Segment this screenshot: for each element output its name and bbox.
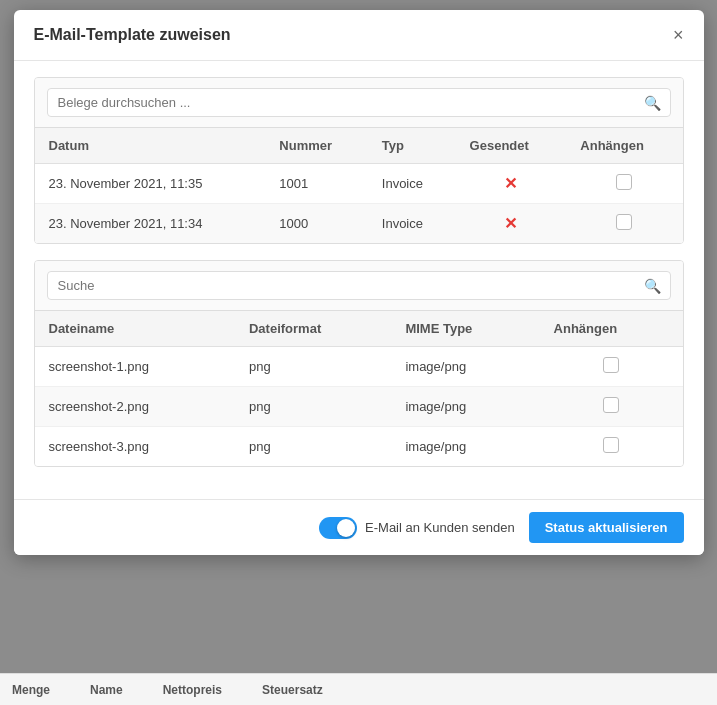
- mime-type-cell: image/png: [391, 427, 539, 467]
- col-dateiformat: Dateiformat: [235, 311, 391, 347]
- status-update-button[interactable]: Status aktualisieren: [529, 512, 684, 543]
- documents-table-header: Datum Nummer Typ Gesendet Anhängen: [35, 128, 683, 164]
- files-section: 🔍 Dateiname Dateiformat MIME Type Anhäng…: [34, 260, 684, 467]
- modal-title: E-Mail-Template zuweisen: [34, 26, 231, 44]
- col-nummer: Nummer: [265, 128, 367, 164]
- bottom-col-steuersatz: Steuersatz: [262, 683, 323, 697]
- bottom-col-name: Name: [90, 683, 123, 697]
- files-search-bar: 🔍: [35, 261, 683, 311]
- anhangen-checkbox[interactable]: [616, 214, 632, 230]
- col-anhaengen-1: Anhängen: [566, 128, 682, 164]
- col-anhaengen-2: Anhängen: [540, 311, 683, 347]
- typ-cell: Invoice: [368, 164, 456, 204]
- modal-close-button[interactable]: ×: [673, 26, 684, 44]
- mime-type-cell: image/png: [391, 387, 539, 427]
- bottom-col-nettopreis: Nettopreis: [163, 683, 222, 697]
- mime-type-cell: image/png: [391, 347, 539, 387]
- col-mime-type: MIME Type: [391, 311, 539, 347]
- dateiname-cell: screenshot-2.png: [35, 387, 235, 427]
- file-anhangen-checkbox[interactable]: [603, 357, 619, 373]
- email-toggle[interactable]: [319, 517, 357, 539]
- files-table: Dateiname Dateiformat MIME Type Anhängen…: [35, 311, 683, 466]
- dateiformat-cell: png: [235, 427, 391, 467]
- dateiname-cell: screenshot-1.png: [35, 347, 235, 387]
- datum-cell: 23. November 2021, 11:35: [35, 164, 266, 204]
- modal-header: E-Mail-Template zuweisen ×: [14, 10, 704, 61]
- files-search-input[interactable]: [47, 271, 671, 300]
- anhangen-checkbox[interactable]: [616, 174, 632, 190]
- gesendet-cell: ✕: [456, 164, 567, 204]
- dateiformat-cell: png: [235, 387, 391, 427]
- file-anhaengen-cell[interactable]: [540, 347, 683, 387]
- not-sent-icon: ✕: [504, 215, 517, 232]
- file-anhaengen-cell[interactable]: [540, 427, 683, 467]
- col-dateiname: Dateiname: [35, 311, 235, 347]
- toggle-wrap: E-Mail an Kunden senden: [319, 517, 515, 539]
- file-anhaengen-cell[interactable]: [540, 387, 683, 427]
- anhaengen-cell[interactable]: [566, 204, 682, 244]
- modal-overlay: E-Mail-Template zuweisen × 🔍 Datum Numme…: [0, 0, 717, 705]
- files-search-icon: 🔍: [644, 278, 661, 294]
- table-row: 23. November 2021, 11:34 1000 Invoice ✕: [35, 204, 683, 244]
- toggle-knob: [337, 519, 355, 537]
- documents-section: 🔍 Datum Nummer Typ Gesendet Anhängen: [34, 77, 684, 244]
- nummer-cell: 1001: [265, 164, 367, 204]
- datum-cell: 23. November 2021, 11:34: [35, 204, 266, 244]
- dateiformat-cell: png: [235, 347, 391, 387]
- table-row: 23. November 2021, 11:35 1001 Invoice ✕: [35, 164, 683, 204]
- anhaengen-cell[interactable]: [566, 164, 682, 204]
- file-anhangen-checkbox[interactable]: [603, 437, 619, 453]
- gesendet-cell: ✕: [456, 204, 567, 244]
- modal-body: 🔍 Datum Nummer Typ Gesendet Anhängen: [14, 61, 704, 499]
- not-sent-icon: ✕: [504, 175, 517, 192]
- col-typ: Typ: [368, 128, 456, 164]
- table-row: screenshot-1.png png image/png: [35, 347, 683, 387]
- col-datum: Datum: [35, 128, 266, 164]
- table-row: screenshot-2.png png image/png: [35, 387, 683, 427]
- typ-cell: Invoice: [368, 204, 456, 244]
- documents-table: Datum Nummer Typ Gesendet Anhängen 23. N…: [35, 128, 683, 243]
- bottom-bar: Menge Name Nettopreis Steuersatz: [0, 673, 717, 705]
- documents-search-bar: 🔍: [35, 78, 683, 128]
- col-gesendet: Gesendet: [456, 128, 567, 164]
- documents-search-icon: 🔍: [644, 95, 661, 111]
- modal-dialog: E-Mail-Template zuweisen × 🔍 Datum Numme…: [14, 10, 704, 555]
- file-anhangen-checkbox[interactable]: [603, 397, 619, 413]
- files-table-header: Dateiname Dateiformat MIME Type Anhängen: [35, 311, 683, 347]
- toggle-label: E-Mail an Kunden senden: [365, 520, 515, 535]
- bottom-col-menge: Menge: [12, 683, 50, 697]
- dateiname-cell: screenshot-3.png: [35, 427, 235, 467]
- modal-footer: E-Mail an Kunden senden Status aktualisi…: [14, 499, 704, 555]
- documents-search-input[interactable]: [47, 88, 671, 117]
- nummer-cell: 1000: [265, 204, 367, 244]
- table-row: screenshot-3.png png image/png: [35, 427, 683, 467]
